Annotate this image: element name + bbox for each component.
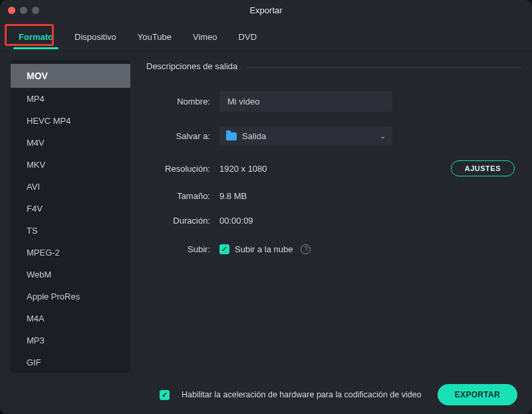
label-tamano: Tamaño: [146, 191, 219, 201]
label-hwaccel: Habilitar la aceleración de hardware par… [182, 390, 422, 399]
format-item-mkv[interactable]: MKV [11, 154, 130, 176]
ajustes-button[interactable]: AJUSTES [451, 160, 515, 176]
row-salvar: Salvar a: Salida ⌄ [146, 126, 521, 146]
tab-vimeo[interactable]: Vimeo [182, 27, 228, 49]
format-item-apple-prores[interactable]: Apple ProRes [11, 286, 130, 308]
format-item-avi[interactable]: AVI [11, 176, 130, 198]
select-salvar-value: Salida [242, 131, 266, 141]
format-item-f4v[interactable]: F4V [11, 198, 130, 220]
label-salvar: Salvar a: [146, 131, 219, 141]
export-dialog: Exportar Formato Dispositivo YouTube Vim… [0, 0, 532, 414]
label-duracion: Duración: [146, 216, 219, 226]
label-nombre: Nombre: [146, 97, 219, 106]
format-item-mp4[interactable]: MP4 [11, 88, 130, 110]
form: Nombre: Salvar a: Salida ⌄ Resolución: 1… [146, 91, 521, 254]
export-tabs: Formato Dispositivo YouTube Vimeo DVD [0, 20, 532, 49]
format-item-mov[interactable]: MOV [11, 64, 130, 88]
maximize-icon[interactable] [32, 7, 39, 14]
select-salvar[interactable]: Salida ⌄ [219, 126, 392, 146]
close-icon[interactable] [8, 7, 15, 14]
checkbox-subir-label: Subir a la nube [235, 244, 293, 254]
label-subir: Subir: [146, 244, 219, 254]
format-item-m4a[interactable]: M4A [11, 308, 130, 329]
format-list: MOVMP4HEVC MP4M4VMKVAVIF4VTSMPEG-2WebMAp… [11, 60, 130, 373]
folder-icon [226, 132, 237, 140]
minimize-icon[interactable] [20, 7, 27, 14]
format-item-mpeg-2[interactable]: MPEG-2 [11, 242, 130, 264]
tab-dispositivo[interactable]: Dispositivo [64, 27, 127, 49]
content-area: MOVMP4HEVC MP4M4VMKVAVIF4VTSMPEG-2WebMAp… [0, 49, 532, 375]
titlebar: Exportar [0, 0, 532, 20]
checkbox-subir[interactable]: ✓ [219, 244, 229, 254]
format-item-webm[interactable]: WebM [11, 264, 130, 286]
footer: ✓ Habilitar la aceleración de hardware p… [0, 375, 532, 414]
row-tamano: Tamaño: 9.8 MB [146, 191, 521, 201]
help-icon[interactable]: ? [301, 244, 311, 254]
label-resolucion: Resolución: [146, 164, 219, 174]
value-duracion: 00:00:09 [219, 216, 253, 226]
row-duracion: Duración: 00:00:09 [146, 216, 521, 226]
format-item-ts[interactable]: TS [11, 220, 130, 242]
settings-panel: Descripciones de salida Nombre: Salvar a… [146, 60, 521, 373]
window-title: Exportar [0, 5, 532, 15]
value-resolucion: 1920 x 1080 [219, 164, 267, 174]
format-item-hevc-mp4[interactable]: HEVC MP4 [11, 110, 130, 132]
row-resolucion: Resolución: 1920 x 1080 AJUSTES [146, 160, 521, 176]
section-title: Descripciones de salida [146, 61, 521, 75]
value-tamano: 9.8 MB [219, 191, 247, 201]
format-item-mp3[interactable]: MP3 [11, 329, 130, 351]
chevron-down-icon: ⌄ [380, 132, 386, 140]
tab-dvd[interactable]: DVD [228, 27, 267, 49]
tab-formato[interactable]: Formato [8, 27, 64, 49]
row-subir: Subir: ✓ Subir a la nube ? [146, 244, 521, 254]
format-item-m4v[interactable]: M4V [11, 132, 130, 154]
row-nombre: Nombre: [146, 91, 521, 112]
export-button[interactable]: EXPORTAR [438, 384, 517, 405]
checkbox-hwaccel[interactable]: ✓ [160, 390, 170, 400]
tab-youtube[interactable]: YouTube [127, 27, 182, 49]
input-nombre[interactable] [219, 91, 392, 112]
format-item-gif[interactable]: GIF [11, 351, 130, 373]
window-controls [0, 7, 39, 14]
